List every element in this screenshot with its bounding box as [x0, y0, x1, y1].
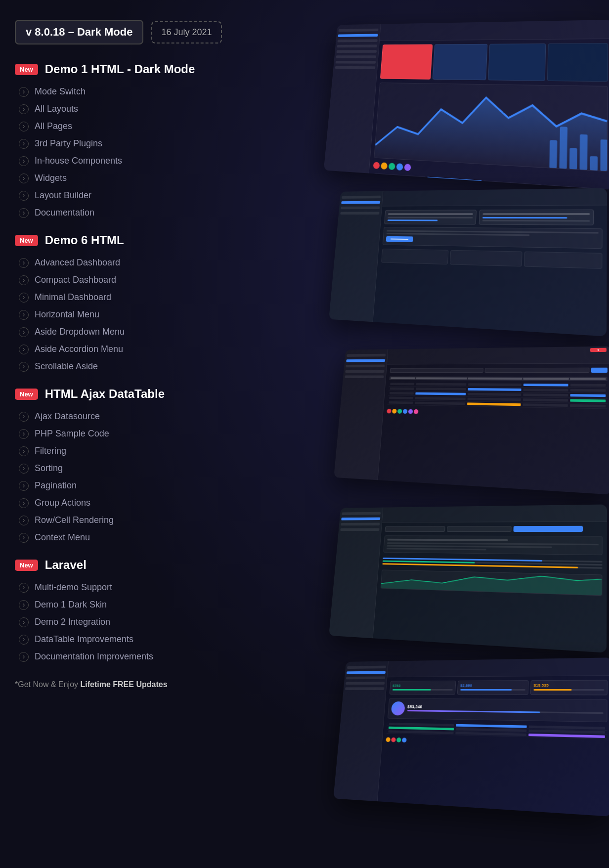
chevron-right-icon — [19, 345, 29, 354]
chevron-right-icon — [19, 464, 29, 474]
menu-item-laravel-0[interactable]: Multi-demo Support — [15, 579, 252, 596]
section-laravel: NewLaravelMulti-demo SupportDemo 1 Dark … — [15, 558, 252, 665]
menu-item-label: In-house Components — [35, 156, 122, 166]
chevron-right-icon — [19, 617, 29, 627]
new-badge: New — [15, 560, 38, 571]
chevron-right-icon — [19, 429, 29, 439]
menu-item-laravel-4[interactable]: Documentation Improvements — [15, 648, 252, 665]
menu-item-label: Layout Builder — [35, 190, 91, 201]
menu-item-demo6-5[interactable]: Aside Accordion Menu — [15, 341, 252, 358]
chevron-right-icon — [19, 156, 29, 166]
screenshot-5: $783 $2,600 $19,535 — [333, 657, 609, 817]
chevron-right-icon — [19, 87, 29, 97]
section-title-laravel: Laravel — [45, 558, 87, 572]
menu-item-datatable-4[interactable]: Pagination — [15, 477, 252, 494]
chevron-right-icon — [19, 139, 29, 149]
section-demo6: NewDemo 6 HTMLAdvanced DashboardCompact … — [15, 233, 252, 375]
menu-item-label: Multi-demo Support — [35, 582, 112, 593]
footer-highlight: Lifetime FREE Updates — [81, 680, 168, 689]
menu-item-laravel-1[interactable]: Demo 1 Dark Skin — [15, 596, 252, 613]
chevron-right-icon — [19, 362, 29, 372]
menu-item-demo1-3[interactable]: 3rd Party Plugins — [15, 135, 252, 152]
menu-item-label: Filtering — [35, 446, 66, 456]
menu-item-label: Mode Switch — [35, 87, 86, 97]
chevron-right-icon — [19, 516, 29, 525]
chevron-right-icon — [19, 327, 29, 337]
menu-item-label: PHP Sample Code — [35, 429, 109, 439]
menu-item-label: Compact Dashboard — [35, 275, 116, 285]
chevron-right-icon — [19, 258, 29, 268]
chevron-right-icon — [19, 412, 29, 422]
menu-item-datatable-3[interactable]: Sorting — [15, 460, 252, 477]
chevron-right-icon — [19, 174, 29, 183]
screenshot-4 — [329, 504, 607, 652]
menu-item-demo1-6[interactable]: Layout Builder — [15, 187, 252, 204]
chevron-right-icon — [19, 583, 29, 593]
menu-item-label: Documentation Improvements — [35, 651, 153, 662]
menu-item-datatable-0[interactable]: Ajax Datasource — [15, 408, 252, 425]
date-badge: 16 July 2021 — [151, 21, 221, 43]
screenshot-3: 9 — [334, 346, 609, 494]
chevron-right-icon — [19, 208, 29, 218]
version-badge: v 8.0.18 – Dark Mode — [15, 20, 143, 44]
menu-item-demo6-6[interactable]: Scrollable Aside — [15, 358, 252, 375]
menu-item-demo6-3[interactable]: Horizontal Menu — [15, 306, 252, 323]
menu-item-demo1-7[interactable]: Documentation — [15, 204, 252, 221]
chevron-right-icon — [19, 275, 29, 285]
menu-item-demo1-5[interactable]: Widgets — [15, 170, 252, 187]
chevron-right-icon — [19, 446, 29, 456]
chevron-right-icon — [19, 533, 29, 543]
menu-item-label: 3rd Party Plugins — [35, 138, 102, 149]
footer: *Get Now & Enjoy Lifetime FREE Updates — [15, 680, 252, 689]
section-header-datatable: NewHTML Ajax DataTable — [15, 387, 252, 401]
chevron-right-icon — [19, 191, 29, 201]
menu-item-label: All Pages — [35, 121, 72, 131]
menu-item-label: Minimal Dashboard — [35, 292, 111, 303]
menu-item-label: All Layouts — [35, 104, 78, 114]
chevron-right-icon — [19, 122, 29, 131]
menu-item-demo1-2[interactable]: All Pages — [15, 118, 252, 135]
svg-rect-3 — [580, 134, 588, 170]
menu-item-label: Aside Accordion Menu — [35, 344, 123, 354]
menu-item-label: Ajax Datasource — [35, 411, 100, 422]
section-datatable: NewHTML Ajax DataTableAjax DatasourcePHP… — [15, 387, 252, 546]
menu-item-demo6-0[interactable]: Advanced Dashboard — [15, 254, 252, 271]
menu-item-demo1-0[interactable]: Mode Switch — [15, 83, 252, 100]
menu-item-demo6-2[interactable]: Minimal Dashboard — [15, 289, 252, 306]
menu-item-datatable-2[interactable]: Filtering — [15, 442, 252, 460]
section-header-demo6: NewDemo 6 HTML — [15, 233, 252, 247]
menu-item-label: Demo 1 Dark Skin — [35, 600, 107, 610]
chevron-right-icon — [19, 310, 29, 320]
menu-item-label: Sorting — [35, 463, 63, 474]
menu-item-label: Scrollable Aside — [35, 361, 98, 372]
menu-item-datatable-7[interactable]: Context Menu — [15, 529, 252, 546]
menu-item-label: Horizontal Menu — [35, 309, 99, 320]
menu-item-label: Row/Cell Rendering — [35, 515, 114, 525]
right-panel: 9 — [262, 20, 594, 811]
chevron-right-icon — [19, 600, 29, 610]
menu-item-label: Group Actions — [35, 498, 90, 508]
section-title-datatable: HTML Ajax DataTable — [45, 387, 165, 401]
left-panel: v 8.0.18 – Dark Mode 16 July 2021 NewDem… — [15, 20, 252, 811]
screenshot-1 — [324, 20, 609, 190]
section-demo1: NewDemo 1 HTML - Dark ModeMode SwitchAll… — [15, 62, 252, 221]
menu-item-demo1-4[interactable]: In-house Components — [15, 152, 252, 170]
version-bar: v 8.0.18 – Dark Mode 16 July 2021 — [15, 20, 252, 44]
chevron-right-icon — [19, 293, 29, 303]
menu-item-label: Widgets — [35, 173, 67, 183]
menu-item-laravel-2[interactable]: Demo 2 Integration — [15, 613, 252, 631]
svg-rect-2 — [569, 148, 577, 170]
menu-item-demo6-4[interactable]: Aside Dropdown Menu — [15, 323, 252, 341]
menu-item-label: Pagination — [35, 480, 77, 491]
new-badge: New — [15, 235, 38, 246]
menu-item-demo6-1[interactable]: Compact Dashboard — [15, 271, 252, 289]
section-title-demo6: Demo 6 HTML — [45, 233, 124, 247]
svg-rect-5 — [601, 139, 608, 172]
menu-item-laravel-3[interactable]: DataTable Improvements — [15, 631, 252, 648]
menu-item-label: Documentation — [35, 208, 94, 218]
menu-item-datatable-6[interactable]: Row/Cell Rendering — [15, 512, 252, 529]
screenshot-2 — [329, 188, 607, 336]
menu-item-datatable-5[interactable]: Group Actions — [15, 494, 252, 512]
menu-item-datatable-1[interactable]: PHP Sample Code — [15, 425, 252, 442]
menu-item-demo1-1[interactable]: All Layouts — [15, 100, 252, 118]
